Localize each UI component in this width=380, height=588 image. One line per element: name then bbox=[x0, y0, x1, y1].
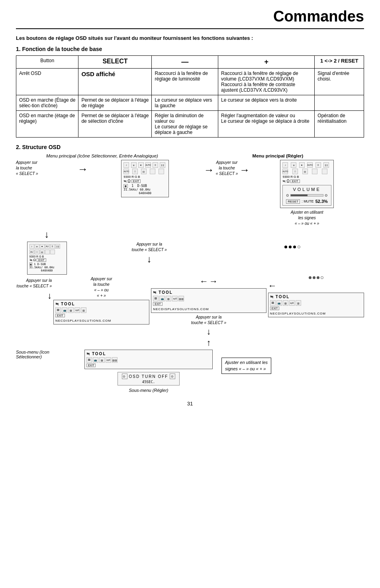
lr-arrows-center: ← → bbox=[200, 276, 218, 287]
dots-row bbox=[284, 246, 300, 248]
st-icon3: ▨ bbox=[99, 357, 105, 363]
mp-row4: ≒ Ω EXIT bbox=[123, 179, 166, 183]
cell-r1c1: Arrêt OSD bbox=[16, 69, 78, 95]
website-left: NECDISPLAYSOLUTIONS.COM bbox=[55, 319, 147, 323]
adjust-label-right: Ajuster en utilisantles signes« – » ou «… bbox=[291, 210, 323, 226]
cell-r1c2: OSD affiché bbox=[78, 69, 152, 95]
website-right: NECDISPLAYSOLUTIONS.COM bbox=[270, 312, 362, 315]
smp-icon11 bbox=[50, 250, 55, 254]
arrow-down-center-bottom: ↓ bbox=[207, 326, 211, 337]
cell-r3c2: Permet de se déplacer à l'étage de sélec… bbox=[78, 111, 152, 138]
mp-freq: 31.5kHz/ 60.0Hz bbox=[123, 188, 166, 191]
tl-icon2: 📺 bbox=[62, 307, 67, 313]
smp-icon7: AU bbox=[29, 250, 34, 254]
rdot4 bbox=[321, 276, 323, 279]
press-select-left-third: Appuyer surla touche« – » ou« + » bbox=[91, 276, 112, 299]
adjust-box-right: Ajuster en utilisant lessignes « – » ou … bbox=[221, 358, 271, 374]
tool-label-right: ≒ TOOL bbox=[270, 295, 362, 299]
mp-icon-auto: AUTO bbox=[145, 162, 151, 168]
mp-icon-blank2 bbox=[159, 169, 164, 174]
mp-icon-circle: ● bbox=[138, 162, 144, 168]
smp-row4: ≒Ω EXIT bbox=[29, 258, 65, 262]
tr-icon2: 📺 bbox=[276, 300, 282, 306]
tc-icon5: ▥▥ bbox=[178, 296, 184, 301]
rmp-icon-audiobars: ❙❙ bbox=[323, 162, 329, 168]
cell-r2c4: Le curseur se déplace vers la droite bbox=[218, 95, 315, 111]
rmp-row3: 9300 R G B bbox=[282, 175, 331, 179]
rmp-icon-speaker: ♪ bbox=[282, 162, 288, 168]
tc-icon2: 📺 bbox=[159, 296, 165, 301]
tool-label-center: ≒ TOOL bbox=[153, 290, 264, 295]
osd-timer: 45SEC. bbox=[122, 380, 176, 384]
exit-button-rpanel: EXIT bbox=[290, 179, 300, 183]
rdot3 bbox=[317, 276, 319, 279]
tl-icon4: xy0 bbox=[74, 307, 80, 313]
rmp-icon-blank2 bbox=[322, 169, 327, 174]
cell-r3c5: Opération de réinitialisation bbox=[315, 111, 364, 138]
smp-icon3: ● bbox=[40, 244, 45, 249]
submenu-icon-label: Sous-menu (Icon Sélectionner) bbox=[16, 350, 76, 359]
mp-icon-auto2: AUTO bbox=[123, 169, 129, 174]
dot2 bbox=[289, 246, 292, 248]
dots-row-right bbox=[309, 276, 323, 279]
reset-btn: RESET bbox=[286, 199, 300, 204]
rdot1 bbox=[309, 276, 311, 279]
tc-icon3: ▨ bbox=[166, 296, 171, 301]
arrow-down-mid: ↓ bbox=[147, 254, 152, 265]
arrow-right-2: → bbox=[204, 164, 214, 176]
tl-exit-btn: EXIT bbox=[55, 314, 65, 317]
tr-icon5: ▥ bbox=[296, 300, 301, 306]
arrow-right-3: → bbox=[239, 164, 250, 176]
arrow-down-left: ↓ bbox=[16, 229, 78, 240]
press-select-label-third: Appuyer sur latouche « SELECT » bbox=[17, 278, 52, 289]
cell-r1c3: Raccourci à la fenêtre de réglage de lum… bbox=[152, 69, 218, 95]
smp-icon5: ≡ bbox=[50, 244, 55, 249]
page-title: Commandes bbox=[16, 8, 364, 29]
tc-exit-btn: EXIT bbox=[153, 302, 163, 306]
website-center: NECDISPLAYSOLUTIONS.COM bbox=[153, 307, 264, 311]
st-icon4: xy0 bbox=[106, 357, 111, 363]
dot3 bbox=[293, 246, 296, 248]
table-row: OSD en marche (Étage de sélec-tion d'icô… bbox=[16, 95, 364, 111]
smp-icon2: ☀ bbox=[35, 244, 39, 249]
submenu-tool-label: ≒ TOOL bbox=[86, 352, 211, 356]
volume-title: VOLUME bbox=[286, 187, 327, 192]
tool-panel-center: ≒ TOOL 🖼 📺 ▨ xy0 ▥▥ EXIT NECDISPLAYSOLUT… bbox=[151, 288, 266, 313]
col-button-header: Button bbox=[16, 56, 78, 69]
mp-info-line: ▦ 1 D-SUB bbox=[123, 184, 166, 188]
cell-r3c3: Régler la diminution de valeur ouLe curs… bbox=[152, 111, 218, 138]
tr-exit-btn: EXIT bbox=[270, 307, 280, 310]
st-exit-btn: EXIT bbox=[86, 364, 96, 367]
volume-slider: ⊙ ⊙ bbox=[286, 193, 327, 197]
smp-icon9: ⊟ bbox=[40, 250, 45, 254]
smp-info: ▦ 1 D-SUB bbox=[29, 263, 65, 266]
st-icon1: 🖼 bbox=[86, 357, 92, 363]
rmp-row4: ≒ Ω EXIT bbox=[282, 179, 331, 183]
arrow-right-1: → bbox=[78, 164, 88, 174]
cell-r2c3: Le curseur se déplace vers la gauche bbox=[152, 95, 218, 111]
smp-freq: 31.5kHz/ 60.0Hz bbox=[29, 266, 65, 269]
tc-icon1: 🖼 bbox=[153, 296, 159, 301]
smp-exit: EXIT bbox=[37, 258, 46, 262]
tool-icons-right: 🖼 📺 ▨ xy0 ▥ bbox=[270, 300, 362, 306]
col-select-header: SELECT bbox=[78, 56, 152, 69]
tool-panel-left: ≒ TOOL 🖼 📺 ▨ xy0 ▥ EXIT NECDISPLAYSOLUTI… bbox=[53, 300, 149, 324]
submenu-regler-label: Sous-menu (Régler) bbox=[129, 388, 168, 393]
mute-text: : MUTE bbox=[302, 199, 314, 203]
mp-icon-blank bbox=[150, 169, 155, 174]
tool-icons-left: 🖼 📺 ▨ xy0 ▥ bbox=[55, 307, 147, 313]
section1-title: 1. Fonction de la touche de base bbox=[16, 46, 364, 52]
cell-r2c1: OSD en marche (Étage de sélec-tion d'icô… bbox=[16, 95, 78, 111]
tr-exit: EXIT bbox=[270, 307, 362, 310]
cell-r1c5: Signal d'entrée choisi. bbox=[315, 69, 364, 95]
rmp-icon-circle: ● bbox=[299, 162, 305, 168]
rmp-icon-auto: AUTO bbox=[307, 162, 313, 168]
mp-res: 640X480 bbox=[123, 191, 166, 195]
arrow-left-right: ← bbox=[268, 281, 277, 291]
tl-icon5: ▥ bbox=[81, 307, 86, 313]
rmp-icon-bars: ≡ bbox=[315, 162, 321, 168]
smp-row3: 9300RGB bbox=[29, 255, 65, 258]
tl-exit: EXIT bbox=[55, 314, 147, 317]
cell-r2c2: Permet de se déplacer à l'étage de régla… bbox=[78, 95, 152, 111]
col-plus-header: + bbox=[218, 56, 315, 69]
